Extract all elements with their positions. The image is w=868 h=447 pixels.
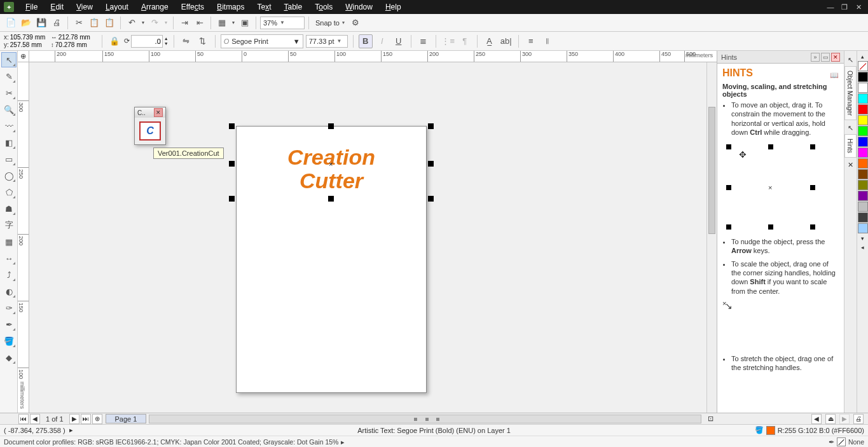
page-first-button[interactable]: ⏮ (18, 414, 29, 424)
bold-button[interactable]: B (359, 34, 373, 48)
page-tab-1[interactable]: Page 1 (106, 414, 147, 423)
plugin-panel[interactable]: C.. ✕ C (134, 107, 166, 145)
navigator-view-button[interactable]: ⊡ (705, 414, 715, 424)
edit-text-button[interactable]: ab| (499, 34, 513, 48)
polygon-tool[interactable]: ⬠ (1, 184, 17, 200)
swatch-darkgray[interactable] (858, 212, 868, 223)
window-close-button[interactable]: ✕ (853, 3, 864, 11)
y-input[interactable] (10, 41, 48, 49)
shape-tool[interactable]: ✎ (1, 69, 17, 84)
hints-book-icon[interactable]: 📖 (830, 71, 839, 79)
menu-table[interactable]: Table (278, 0, 309, 14)
open-button[interactable] (19, 16, 33, 30)
swatch-yellow[interactable] (858, 115, 868, 125)
canvas[interactable]: Creation Cutter × C.. ✕ C (29, 62, 717, 413)
cut-button[interactable] (72, 16, 86, 30)
ellipse-tool[interactable]: ◯ (1, 168, 17, 183)
swatch-olive[interactable] (858, 180, 868, 190)
menu-edit[interactable]: Edit (44, 0, 70, 14)
italic-button[interactable]: I (375, 34, 389, 48)
menu-help[interactable]: Help (379, 0, 408, 14)
app-launcher-button[interactable]: ▦ (215, 16, 229, 30)
selection-handle-nw[interactable] (229, 123, 235, 129)
eyedropper-tool[interactable]: ✑ (1, 300, 17, 315)
paste-button[interactable] (102, 16, 116, 30)
docker-close-button[interactable]: ✕ (831, 53, 840, 62)
dropcap-button[interactable]: ¶ (458, 34, 472, 48)
outline-none-swatch[interactable] (837, 437, 846, 446)
undo-button[interactable] (125, 16, 139, 30)
menu-file[interactable]: File (19, 0, 44, 14)
mirror-v-button[interactable]: ⇅ (196, 34, 210, 48)
width-input[interactable] (59, 34, 97, 41)
fill-tool[interactable]: 🪣 (1, 333, 17, 348)
import-button[interactable]: ⇥ (177, 16, 191, 30)
swatch-magenta[interactable] (858, 148, 868, 158)
freehand-tool[interactable]: 〰 (1, 118, 17, 134)
text-align-button[interactable]: ≣ (417, 34, 431, 48)
bullets-button[interactable]: ⋮≡ (441, 34, 455, 48)
app-launcher-dropdown[interactable]: ▾ (230, 16, 237, 30)
selection-handle-se[interactable] (428, 196, 434, 202)
dimension-tool[interactable]: ↔ (1, 251, 17, 266)
hints-print-button[interactable]: 🖨 (853, 414, 864, 424)
selection-handle-w[interactable] (229, 161, 235, 167)
x-input[interactable] (10, 34, 48, 41)
hints-back-button[interactable]: ◀ (811, 414, 822, 424)
rectangle-tool[interactable]: ▭ (1, 151, 17, 167)
page-prev-button[interactable]: ◀ (30, 414, 40, 424)
horizontal-scrollbar[interactable] (149, 415, 701, 423)
menu-arrange[interactable]: Arrange (135, 0, 175, 14)
swatch-brown[interactable] (858, 169, 868, 179)
docker-expand-button[interactable]: » (811, 53, 820, 62)
new-button[interactable] (4, 16, 18, 30)
menu-tools[interactable]: Tools (308, 0, 339, 14)
creationcut-button[interactable]: C (139, 121, 161, 141)
smart-fill-tool[interactable]: ◧ (1, 135, 17, 150)
fill-color-swatch[interactable] (766, 426, 775, 435)
height-input[interactable] (55, 41, 93, 49)
selection-handle-e[interactable] (428, 161, 434, 167)
rotation-up[interactable]: ▲ (164, 36, 169, 41)
selection-center-icon[interactable]: × (329, 160, 333, 168)
zoom-level-select[interactable]: 37% ▼ (260, 17, 305, 29)
swatch-orange[interactable] (858, 158, 868, 168)
fill-tool-icon[interactable]: 🪣 (755, 426, 764, 434)
hints-forward-button[interactable]: ▶ (839, 414, 850, 424)
selection-handle-sw[interactable] (229, 196, 235, 202)
palette-flyout-arrow[interactable]: ◂ (857, 243, 868, 252)
vtab-icon-1[interactable]: ↖ (846, 55, 856, 65)
ruler-origin[interactable]: ⊕ (18, 51, 29, 62)
plugin-title-bar[interactable]: C.. ✕ (135, 107, 165, 118)
mirror-h-button[interactable]: ⇋ (179, 34, 193, 48)
align-horizontal-button[interactable]: ≡ (524, 34, 538, 48)
vscroll-thumb[interactable] (708, 107, 715, 234)
outline-tool[interactable]: ✒ (1, 317, 17, 332)
palette-down-arrow[interactable]: ▾ (857, 234, 868, 243)
menu-window[interactable]: Window (339, 0, 379, 14)
crop-tool[interactable]: ✂ (1, 85, 17, 100)
menu-layout[interactable]: Layout (99, 0, 135, 14)
menu-view[interactable]: View (70, 0, 99, 14)
interactive-fill-tool[interactable]: ◆ (1, 350, 17, 365)
window-restore-button[interactable]: ❐ (839, 3, 850, 11)
swatch-white[interactable] (858, 83, 868, 93)
redo-dropdown[interactable]: ▾ (163, 16, 169, 30)
profiles-expand-icon[interactable]: ▸ (341, 438, 345, 446)
no-color-swatch[interactable] (858, 61, 868, 71)
lock-ratio-button[interactable]: 🔒 (107, 34, 121, 48)
swatch-silver[interactable] (858, 202, 868, 212)
pick-tool[interactable]: ↖ (1, 52, 17, 67)
selection-handle-n[interactable] (328, 123, 334, 129)
plugin-close-button[interactable]: ✕ (154, 108, 163, 117)
vertical-scrollbar[interactable] (706, 62, 717, 413)
char-format-button[interactable]: A̲ (483, 34, 497, 48)
options-button[interactable]: ⚙ (348, 16, 362, 30)
basic-shapes-tool[interactable]: ☗ (1, 201, 17, 216)
swatch-blue[interactable] (858, 137, 868, 147)
swatch-cyan[interactable] (858, 93, 868, 104)
rotation-input[interactable] (131, 35, 163, 48)
snap-to-select[interactable]: Snap to ▾ (313, 17, 347, 29)
welcome-button[interactable]: ▣ (238, 16, 252, 30)
vtab-hints[interactable]: Hints (844, 134, 857, 158)
